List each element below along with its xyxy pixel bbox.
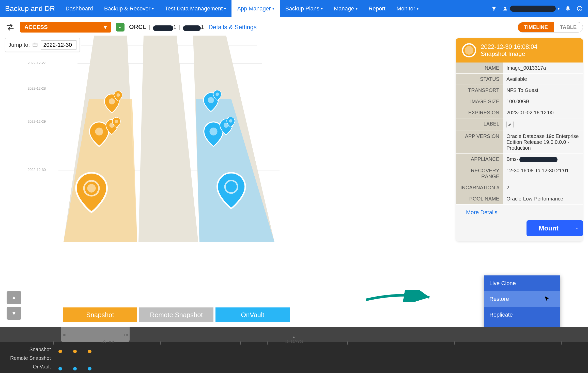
app-name: ORCL | 1 | 1 [129,23,204,31]
chevron-down-icon: ▾ [104,24,107,30]
row-label: APP VERSION [456,131,503,153]
nav-manage[interactable]: Manage▾ [328,0,363,17]
suffix-1: 1 [173,24,176,30]
menu-live-clone[interactable]: Live Clone [484,275,560,291]
more-details-link[interactable]: More Details [456,205,583,220]
nav-items: Dashboard Backup & Recover▾ Test Data Ma… [60,0,424,17]
table-view-button[interactable]: TABLE [554,22,583,32]
scroll-down-button[interactable]: ▼ [7,307,21,320]
row-label: IMAGE SIZE [456,96,503,107]
row-label: POOL NAME [456,193,503,204]
redacted-text [519,157,558,162]
row-label: LABEL [456,118,503,131]
svg-point-16 [95,128,103,135]
lane-label: Snapshot [63,307,137,322]
lane-remote-snapshot: Remote Snapshot [139,307,213,322]
dot-icon[interactable] [58,350,62,353]
sub-toolbar: ACCESS ▾ ORCL | 1 | 1 Details & Settings… [0,17,588,37]
dot-icon[interactable] [73,367,77,370]
track-dots [58,347,91,373]
mount-split-button: Mount ▾ [527,220,583,236]
nav-label: Manage [334,5,354,12]
row-label: STATUS [456,74,503,85]
lane-onvault: OnVault [215,307,290,322]
nav-app-manager[interactable]: App Manager▾ [231,0,280,17]
svg-text:?: ? [579,7,581,11]
user-menu[interactable]: ▾ [502,6,560,12]
dot-icon[interactable] [88,350,91,353]
edit-label-icon[interactable] [506,121,514,128]
nav-backup-plans[interactable]: Backup Plans▾ [280,0,329,17]
divider: | [179,23,180,30]
brush-left-fast-icon[interactable]: « [63,332,65,337]
chevron-down-icon: ▾ [558,7,560,11]
menu-replicate[interactable]: Replicate [484,307,560,323]
snapshot-icon [462,43,476,57]
brush-handle[interactable]: «‹›» [61,327,130,342]
scroll-up-button[interactable]: ▲ [7,291,21,304]
brush-right-fast-icon[interactable]: » [126,332,128,337]
row-label: APPLIANCE [456,154,503,165]
row-value-recovery-range: 12-30 16:08 To 12-30 21:01 [503,165,583,182]
row-value-app-version: Oracle Database 19c Enterprise Edition R… [503,131,583,153]
date-label: 2022-12-30 [27,168,46,172]
swap-icon[interactable] [5,22,15,32]
help-icon[interactable]: ? [576,5,583,12]
nav-label: Monitor [397,5,415,12]
divider: | [149,23,150,30]
details-settings-link[interactable]: Details & Settings [209,24,257,31]
svg-point-23 [209,128,217,135]
redacted-text [183,25,201,31]
filter-icon[interactable] [491,5,497,12]
timeline-vertical-nav: ▲ ▼ [7,291,21,320]
nav-dashboard[interactable]: Dashboard [60,0,99,17]
nav-label: Backup & Recover [104,5,150,12]
nav-backup-recover[interactable]: Backup & Recover▾ [99,0,159,17]
row-value-pool: Oracle-Low-Performance [503,193,583,204]
svg-marker-11 [138,36,198,242]
mount-button-bar: Mount ▾ [456,220,583,241]
brush-bar: «‹›» LATEST 15 DAYS [0,327,588,342]
chevron-down-icon: ▾ [152,7,154,11]
cursor-icon [544,296,550,303]
timeline-view-button[interactable]: TIMELINE [518,22,554,32]
user-icon [502,6,508,11]
dot-icon[interactable] [88,367,91,370]
track-remote-snapshot-label: Remote Snapshot [0,354,51,362]
nav-test-data[interactable]: Test Data Management▾ [159,0,231,17]
track-snapshot-label: Snapshot [0,345,51,354]
nav-monitor[interactable]: Monitor▾ [391,0,424,17]
annotation-arrow-icon [363,290,435,302]
svg-point-15 [116,93,120,97]
access-dropdown[interactable]: ACCESS ▾ [20,22,111,33]
row-label: TRANSPORT [456,85,503,96]
date-label: 2022-12-27 [27,61,46,65]
svg-point-0 [504,7,506,9]
chevron-down-icon: ▾ [321,7,323,11]
row-value-transport: NFS To Guest [503,85,583,96]
dot-icon[interactable] [58,367,62,370]
mount-button[interactable]: Mount [527,220,571,236]
shield-check-icon [116,23,125,32]
brush-handles: «‹›» [61,332,130,337]
dot-row-remote [58,356,91,364]
row-label: RECOVERY RANGE [456,165,503,182]
svg-marker-13 [196,99,274,242]
svg-point-14 [109,98,115,104]
date-axis: 2022-12-27 2022-12-28 2022-12-29 2022-12… [5,36,48,257]
panel-body: NAMEImage_0013317a STATUSAvailable TRANS… [456,63,583,205]
access-label: ACCESS [24,24,48,30]
nav-report[interactable]: Report [363,0,391,17]
row-value-image-size: 100.00GB [503,96,583,107]
row-value-expires: 2023-01-02 16:12:00 [503,107,583,118]
dot-icon[interactable] [73,350,77,353]
nav-right: ▾ ? [491,5,583,12]
mount-dropdown-toggle[interactable]: ▾ [571,220,583,236]
panel-timestamp: 2022-12-30 16:08:04 [481,43,537,50]
suffix-2: 1 [201,24,204,30]
redacted-text [153,25,173,31]
svg-point-25 [229,119,232,122]
bell-icon[interactable] [565,5,571,12]
nav-label: Test Data Management [165,5,223,12]
chevron-down-icon: ▾ [417,7,419,11]
